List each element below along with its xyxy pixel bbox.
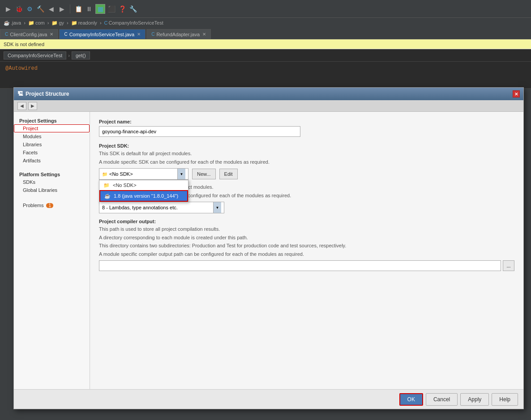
sdk-option-nosdk[interactable]: 📁 <No SDK> [99,180,188,190]
compiler-desc2: A directory corresponding to each module… [99,234,514,242]
tab-active-icon: C [64,32,67,37]
browse-button[interactable]: ... [503,260,514,271]
toolbar-icon-grid[interactable]: ▦ [95,4,105,14]
sidebar-item-problems[interactable]: Problems 1 [14,201,90,209]
dialog-close-button[interactable]: ✕ [513,90,520,98]
code-breadcrumb-class[interactable]: CompanyInfoServiceTest [4,51,66,59]
dialog-sidebar: Project Settings Project Modules Librari… [14,112,90,389]
toolbar-icon-2[interactable]: 🐞 [14,4,23,13]
sdk-desc1: This SDK is default for all project modu… [99,150,514,157]
sdk-dropdown[interactable]: 📁 <No SDK> ▼ [99,168,188,180]
dialog-body: Project Settings Project Modules Librari… [14,112,523,389]
java-icon: ☕ [4,20,10,26]
close-tab-clientconfig[interactable]: ✕ [50,32,53,37]
toolbar-icon-3[interactable]: ⚙ [25,4,34,13]
sdk-dropdown-row: 📁 <No SDK> ▼ 📁 <No SDK> ☕ [99,168,514,180]
tab-clientconfig[interactable]: C ClientConfig.java ✕ [0,29,58,39]
project-name-input[interactable] [99,126,300,137]
forward-icon: ▶ [31,103,34,108]
sdk-option-icon-1: 📁 [103,182,110,188]
breadcrumb-item-gy[interactable]: 📁 gy [50,20,66,26]
sdk-option-18[interactable]: ☕ 1.8 (java version "1.8.0_144") [99,190,188,202]
sidebar-item-modules[interactable]: Modules [14,132,90,140]
folder-icon-gy: 📁 [51,20,58,26]
breadcrumb-item-com[interactable]: 📁 com [26,20,47,26]
sdk-desc2: A module specific SDK can be configured … [99,158,514,166]
folder-icon-ro: 📁 [71,20,77,26]
problems-badge: 1 [46,203,53,208]
breadcrumb-item-class[interactable]: C CompanyInfoServiceTest [103,20,165,26]
ok-button[interactable]: OK [399,393,423,406]
close-tab-company[interactable]: ✕ [137,32,141,37]
breadcrumb-item-readonly[interactable]: 📁 readonly [69,20,99,26]
cancel-button[interactable]: Cancel [426,393,458,406]
sidebar-item-global-libraries[interactable]: Global Libraries [14,186,90,194]
folder-icon: 📁 [28,20,34,26]
sdk-section-title: Project SDK: [99,143,514,148]
compiler-desc4: A module specific compiler output path c… [99,250,514,258]
compiler-section-title: Project compiler output: [99,219,514,224]
dialog-content: Project name: Project SDK: This SDK is d… [90,112,523,389]
nav-back-button[interactable]: ◀ [17,102,26,110]
code-breadcrumb: CompanyInfoServiceTest › get() [0,49,531,62]
toolbar-icon-8[interactable]: ⏸ [85,4,94,13]
code-breadcrumb-sep: › [68,53,70,58]
project-structure-dialog: 🏗 Project Structure ✕ ◀ ▶ Project Settin… [13,87,524,409]
breadcrumb: ☕ .java › 📁 com › 📁 gy › 📁 readonly › C … [0,18,531,28]
compiler-output-row: ... [99,260,514,271]
toolbar-icon-5[interactable]: ◀ [47,4,56,13]
sdk-dropdown-arrow[interactable]: ▼ [177,169,185,179]
warning-text: SDK is not defined [4,42,44,47]
toolbar: ▶ 🐞 ⚙ 🔨 ◀ ▶ 📋 ⏸ ▦ ⬛ ❓ 🔧 [0,0,531,18]
toolbar-sep-1 [70,4,70,13]
dialog-icon: 🏗 [17,91,23,97]
lang-dropdown-arrow[interactable]: ▼ [213,202,221,213]
apply-button[interactable]: Apply [460,393,489,406]
toolbar-icon-9[interactable]: ⬛ [107,4,116,13]
lang-selected-text: 8 - Lambdas, type annotations etc. [102,205,213,210]
sidebar-item-libraries[interactable]: Libraries [14,140,90,148]
sidebar-item-project[interactable]: Project [14,124,90,132]
platform-settings-label: Platform Settings [14,169,90,178]
lang-level-dropdown[interactable]: 8 - Lambdas, type annotations etc. ▼ [99,202,224,213]
breadcrumb-item-java[interactable]: ☕ .java [2,20,23,26]
tab-refund-icon: C [151,32,154,37]
nav-forward-button[interactable]: ▶ [28,102,37,110]
sdk-dropdown-popup: 📁 <No SDK> ☕ 1.8 (java version "1.8.0_14… [99,180,188,202]
tab-companyinfoservicetest[interactable]: C CompanyInfoServiceTest.java ✕ [59,29,146,39]
toolbar-icon-7[interactable]: 📋 [74,4,83,13]
ide-background: ▶ 🐞 ⚙ 🔨 ◀ ▶ 📋 ⏸ ▦ ⬛ ❓ 🔧 ☕ .java › 📁 com … [0,0,531,420]
help-button[interactable]: Help [492,393,518,406]
sidebar-item-facets[interactable]: Facets [14,148,90,157]
toolbar-icon-1[interactable]: ▶ [4,4,13,13]
dialog-titlebar: 🏗 Project Structure ✕ [14,88,523,100]
warning-bar: SDK is not defined [0,39,531,49]
sdk-option-icon-2: ☕ [104,193,111,199]
sidebar-item-artifacts[interactable]: Artifacts [14,157,90,165]
sidebar-item-sdks[interactable]: SDKs [14,178,90,186]
editor-tabs: C ClientConfig.java ✕ C CompanyInfoServi… [0,28,531,39]
toolbar-icon-6[interactable]: ▶ [57,4,66,13]
sdk-icon: 📁 [102,172,107,177]
tab-icon: C [5,32,8,37]
sdk-selected-text: <No SDK> [109,171,177,177]
close-tab-refund[interactable]: ✕ [202,32,206,37]
compiler-desc1: This path is used to store all project c… [99,225,514,233]
new-sdk-button[interactable]: New... [192,169,216,179]
toolbar-icon-10[interactable]: ❓ [118,4,127,13]
dialog-footer: OK Cancel Apply Help [14,389,523,409]
tab-refundadapter[interactable]: C RefundAdapter.java ✕ [146,29,211,39]
class-icon: C [104,20,108,25]
code-breadcrumb-method[interactable]: get() [72,51,90,59]
titlebar-left: 🏗 Project Structure [17,91,69,97]
toolbar-icon-4[interactable]: 🔨 [36,4,45,13]
project-settings-label: Project Settings [14,115,90,124]
close-icon: ✕ [514,92,518,97]
toolbar-icon-11[interactable]: 🔧 [128,4,137,13]
back-icon: ◀ [20,103,24,108]
compiler-output-input[interactable] [99,260,501,271]
lang-select-row: 8 - Lambdas, type annotations etc. ▼ [99,202,514,213]
editor-area: @Autowired [0,62,531,89]
dialog-title: Project Structure [26,91,69,97]
edit-sdk-button[interactable]: Edit [219,169,238,179]
